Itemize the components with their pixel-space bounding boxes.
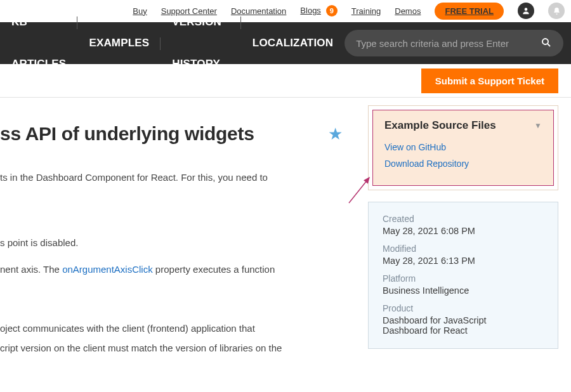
sidebar: Example Source Files ▼ View on GitHub Do… [368, 105, 571, 367]
main-nav: KB ARTICLES EXAMPLES VERSION HISTORY LOC… [0, 22, 571, 64]
search-field[interactable] [345, 30, 563, 56]
view-on-github-link[interactable]: View on GitHub [384, 142, 542, 152]
blogs-group: Blogs 9 [300, 5, 337, 16]
metadata-panel: Created May 28, 2021 6:08 PM Modified Ma… [368, 202, 558, 349]
product-value: Dashboard for JavaScript [383, 315, 544, 325]
favorite-star-icon[interactable]: ★ [328, 124, 343, 144]
ticket-bar: Submit a Support Ticket [0, 64, 571, 98]
product-value: Dashboard for React [383, 325, 544, 336]
article-paragraph: cript version on the client must match t… [0, 341, 349, 355]
training-link[interactable]: Training [351, 6, 381, 16]
product-label: Product [383, 303, 544, 313]
chevron-down-icon[interactable]: ▼ [534, 121, 542, 130]
source-files-links: View on GitHub Download Repository [384, 142, 542, 169]
article-paragraph: nent axis. The onArgumentAxisClick prope… [0, 262, 349, 277]
account-icon[interactable] [518, 3, 534, 19]
on-argument-axis-click-link[interactable]: onArgumentAxisClick [62, 264, 153, 275]
source-files-header[interactable]: Example Source Files ▼ [384, 119, 542, 132]
created-label: Created [383, 214, 544, 224]
download-repository-link[interactable]: Download Repository [384, 159, 542, 169]
nav-localization[interactable]: LOCALIZATION [241, 22, 345, 64]
created-value: May 28, 2021 6:08 PM [383, 226, 544, 236]
modified-value: May 28, 2021 6:13 PM [383, 256, 544, 266]
text-fragment: nent axis. The [0, 264, 62, 275]
nav-kb-articles[interactable]: KB ARTICLES [0, 1, 77, 85]
source-files-panel-outer: Example Source Files ▼ View on GitHub Do… [368, 105, 558, 190]
svg-line-2 [548, 43, 550, 46]
nav-version-history[interactable]: VERSION HISTORY [161, 1, 241, 85]
article-paragraph: ts in the Dashboard Component for React.… [0, 170, 349, 185]
blogs-count-badge: 9 [326, 5, 338, 16]
demos-link[interactable]: Demos [395, 6, 421, 16]
svg-point-1 [542, 39, 548, 44]
platform-value: Business Intelligence [383, 285, 544, 296]
article-paragraph: oject communicates with the client (fron… [0, 321, 349, 336]
article-title: ss API of underlying widgets [0, 123, 254, 145]
source-files-title: Example Source Files [384, 119, 496, 132]
utility-nav: Buy Support Center Documentation Blogs 9… [0, 0, 571, 22]
modified-label: Modified [383, 244, 544, 254]
blogs-link[interactable]: Blogs [300, 6, 321, 15]
article-header: ss API of underlying widgets ★ [0, 123, 349, 145]
svg-point-0 [525, 8, 528, 11]
main-nav-links: KB ARTICLES EXAMPLES VERSION HISTORY LOC… [0, 22, 345, 64]
article-paragraph: s point is disabled. [0, 235, 349, 250]
platform-label: Platform [383, 273, 544, 284]
free-trial-button[interactable]: FREE TRIAL [435, 3, 504, 20]
svg-line-3 [349, 178, 369, 203]
search-icon[interactable] [541, 37, 552, 50]
main-column: ss API of underlying widgets ★ ts in the… [0, 105, 368, 367]
article: ss API of underlying widgets ★ ts in the… [0, 105, 349, 355]
annotation-arrow-icon [348, 174, 379, 206]
source-files-panel: Example Source Files ▼ View on GitHub Do… [372, 110, 554, 186]
submit-ticket-button[interactable]: Submit a Support Ticket [421, 69, 558, 93]
nav-examples[interactable]: EXAMPLES [77, 22, 161, 64]
buy-link[interactable]: Buy [133, 6, 147, 16]
text-fragment: property executes a function [153, 264, 275, 275]
notifications-icon[interactable] [548, 3, 565, 19]
content-area: ss API of underlying widgets ★ ts in the… [0, 98, 571, 367]
search-input[interactable] [356, 38, 541, 49]
